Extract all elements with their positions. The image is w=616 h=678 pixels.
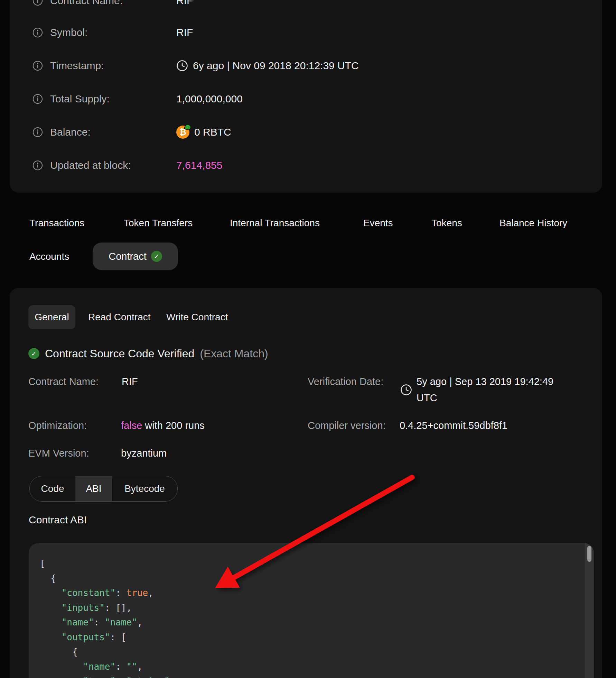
code-scrollbar-track[interactable] <box>585 543 594 678</box>
tab-balance-history[interactable]: Balance History <box>500 217 567 229</box>
row-symbol: Symbol: RIF <box>10 26 602 39</box>
tab-write-contract[interactable]: Write Contract <box>166 305 228 329</box>
segment-code[interactable]: Code <box>30 476 75 501</box>
contract-panel-card: General Read Contract Write Contract ✓ C… <box>10 288 602 678</box>
abi-code: [ { "constant": true, "inputs": [], "nam… <box>29 543 594 678</box>
compiler-version-label: Compiler version: <box>308 419 386 432</box>
token-contract-page: Contract Name: RIF Symbol: RIF Timestamp… <box>0 0 616 678</box>
symbol-value: RIF <box>176 26 193 39</box>
timestamp-label: Timestamp: <box>50 59 104 72</box>
tab-general-selected[interactable]: General <box>28 305 75 329</box>
segment-abi[interactable]: ABI <box>75 476 112 501</box>
contract-name-label: Contract Name: <box>28 375 99 388</box>
general-tab-label: General <box>35 312 69 323</box>
contract-name-value: RIF <box>176 0 193 7</box>
balance-label: Balance: <box>50 126 91 138</box>
row-total-supply: Total Supply: 1,000,000,000 <box>10 93 602 105</box>
row-contract-name: Contract Name: RIF <box>10 0 602 7</box>
verification-date-label: Verification Date: <box>308 375 383 388</box>
row-timestamp: Timestamp: 6y ago | Nov 09 2018 20:12:39… <box>10 59 602 72</box>
contract-name-value: RIF <box>122 375 138 388</box>
abi-code-block: [ { "constant": true, "inputs": [], "nam… <box>29 543 594 678</box>
symbol-label: Symbol: <box>50 26 87 39</box>
info-icon <box>32 61 43 71</box>
optimization-flag: false <box>121 420 142 431</box>
token-info-card: Contract Name: RIF Symbol: RIF Timestamp… <box>10 0 602 193</box>
check-icon: ✓ <box>151 251 162 262</box>
check-icon: ✓ <box>28 348 39 359</box>
info-icon <box>32 160 43 171</box>
total-supply-value: 1,000,000,000 <box>176 93 243 105</box>
info-icon <box>32 127 43 137</box>
timestamp-value: 6y ago | Nov 09 2018 20:12:39 UTC <box>176 59 359 72</box>
clock-icon <box>400 384 412 396</box>
row-updated-at-block: Updated at block: 7,614,855 <box>10 159 602 172</box>
code-scrollbar-thumb[interactable] <box>587 546 591 562</box>
contract-name-label: Contract Name: <box>50 0 123 7</box>
segment-bytecode[interactable]: Bytecode <box>112 476 177 501</box>
verification-date-value-line2: UTC <box>417 392 437 404</box>
code-view-segmented-control: Code ABI Bytecode <box>29 476 178 502</box>
updated-at-block-label: Updated at block: <box>50 159 131 172</box>
clock-icon <box>176 60 188 72</box>
evm-version-label: EVM Version: <box>28 447 89 459</box>
optimization-label: Optimization: <box>28 419 87 432</box>
optimization-value: false with 200 runs <box>121 419 205 432</box>
evm-version-value: byzantium <box>121 447 167 459</box>
updated-at-block-value: 7,614,855 <box>176 159 222 172</box>
verification-date-value-line1: 5y ago | Sep 13 2019 19:42:49 <box>417 375 553 388</box>
compiler-version-value: 0.4.25+commit.59dbf8f1 <box>400 419 507 432</box>
info-icon <box>32 94 43 104</box>
verified-match: (Exact Match) <box>200 347 268 360</box>
verified-title: Contract Source Code Verified <box>45 347 194 360</box>
tab-contract-selected[interactable]: Contract ✓ <box>93 242 178 270</box>
tab-internal-transactions[interactable]: Internal Transactions <box>230 217 320 229</box>
tab-tokens[interactable]: Tokens <box>431 217 462 229</box>
contract-abi-heading: Contract ABI <box>29 514 87 526</box>
verified-banner: ✓ Contract Source Code Verified (Exact M… <box>28 347 268 360</box>
info-icon <box>32 0 43 6</box>
balance-value: ₿ 0 RBTC <box>176 126 231 138</box>
info-icon <box>32 27 43 38</box>
tab-read-contract[interactable]: Read Contract <box>88 305 151 329</box>
tab-events[interactable]: Events <box>363 217 393 229</box>
tab-transactions[interactable]: Transactions <box>29 217 84 229</box>
block-number-link[interactable]: 7,614,855 <box>176 159 222 171</box>
rbtc-coin-icon: ₿ <box>176 126 189 139</box>
row-balance: Balance: ₿ 0 RBTC <box>10 126 602 138</box>
contract-tab-label: Contract <box>109 251 147 262</box>
total-supply-label: Total Supply: <box>50 93 110 105</box>
tab-accounts[interactable]: Accounts <box>29 250 69 263</box>
tab-token-transfers[interactable]: Token Transfers <box>124 217 193 229</box>
